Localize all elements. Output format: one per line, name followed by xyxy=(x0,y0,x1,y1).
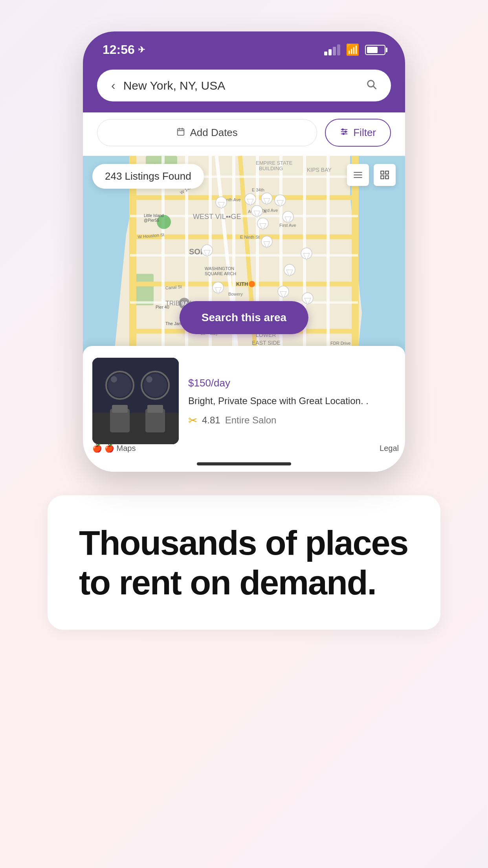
svg-rect-129 xyxy=(147,405,163,413)
signal-bars xyxy=(324,44,340,55)
time-display: 12:56 xyxy=(103,42,135,57)
price-unit: /day xyxy=(211,377,230,389)
svg-text:BUILDING: BUILDING xyxy=(259,166,283,171)
search-magnifier-icon[interactable] xyxy=(366,79,377,92)
home-indicator xyxy=(83,456,405,472)
svg-point-58 xyxy=(249,281,255,287)
svg-text:WASHINGTON: WASHINGTON xyxy=(205,266,234,271)
svg-point-130 xyxy=(111,376,117,383)
grid-view-icon[interactable] xyxy=(374,164,396,186)
search-area-label: Search this area xyxy=(202,311,286,324)
calendar-icon xyxy=(176,127,185,138)
svg-text:Pier 40: Pier 40 xyxy=(156,305,169,309)
search-bar[interactable]: ‹ New York, NY, USA xyxy=(97,70,391,101)
phone-frame: 12:56 ✈ 📶 ‹ New York, NY, USA xyxy=(83,31,405,472)
filter-row: Add Dates Filter xyxy=(83,112,405,154)
svg-line-1 xyxy=(373,86,376,88)
listing-card[interactable]: $150/day Bright, Private Space with Grea… xyxy=(83,346,405,456)
maps-branding: 🍎 🍎 Maps xyxy=(92,443,136,453)
svg-text:EMPIRE STATE: EMPIRE STATE xyxy=(256,160,293,166)
map-container[interactable]: WEST VIL▪▪GE SOHO TRIBECA CHINATOWN New … xyxy=(83,154,405,456)
add-dates-label: Add Dates xyxy=(190,127,237,139)
svg-rect-116 xyxy=(385,171,389,174)
listing-title: Bright, Private Space with Great Locatio… xyxy=(188,394,396,408)
search-area-button[interactable]: Search this area xyxy=(180,301,308,334)
svg-rect-37 xyxy=(130,254,358,257)
signal-bar-3 xyxy=(333,47,336,55)
svg-text:@Pier55: @Pier55 xyxy=(144,218,159,223)
svg-text:FDR Drive: FDR Drive xyxy=(330,341,350,346)
back-icon[interactable]: ‹ xyxy=(111,78,116,93)
listing-price: $150/day xyxy=(188,375,396,390)
search-area-container: ‹ New York, NY, USA xyxy=(83,63,405,112)
listings-count-text: 243 Listings Found xyxy=(105,170,191,182)
bottom-text-section: Thousands of places to rent on demand. xyxy=(48,495,440,630)
maps-credit-text: 🍎 Maps xyxy=(105,443,136,453)
signal-bar-4 xyxy=(337,44,340,55)
listings-found-badge: 243 Listings Found xyxy=(92,164,204,189)
svg-point-131 xyxy=(146,376,152,383)
legal-link[interactable]: Legal xyxy=(380,444,399,453)
apple-logo: 🍎 xyxy=(92,443,102,453)
battery-fill xyxy=(367,47,378,53)
svg-rect-118 xyxy=(385,176,389,179)
svg-point-11 xyxy=(343,133,345,134)
filter-sliders-icon xyxy=(340,127,349,138)
listing-rating: 4.81 xyxy=(202,415,220,426)
battery-icon xyxy=(365,45,385,55)
listing-type: Entire Salon xyxy=(225,415,277,426)
signal-bar-2 xyxy=(328,49,332,55)
status-bar: 12:56 ✈ 📶 xyxy=(83,31,405,63)
signal-bar-1 xyxy=(324,51,327,55)
filter-button[interactable]: Filter xyxy=(325,119,391,147)
svg-point-9 xyxy=(342,129,344,130)
svg-rect-121 xyxy=(92,413,179,444)
svg-rect-127 xyxy=(112,405,128,413)
price-value: $150 xyxy=(188,377,211,389)
svg-point-10 xyxy=(345,131,347,132)
svg-text:E Ninth St: E Ninth St xyxy=(240,235,260,239)
list-view-icon[interactable] xyxy=(347,164,369,186)
location-arrow-icon: ✈ xyxy=(138,45,145,55)
status-icons: 📶 xyxy=(324,43,385,56)
svg-text:KITH: KITH xyxy=(236,281,248,287)
search-location-text: New York, NY, USA xyxy=(123,79,358,92)
home-bar xyxy=(197,462,291,465)
status-time: 12:56 ✈ xyxy=(103,42,145,57)
svg-text:WEST VIL▪▪GE: WEST VIL▪▪GE xyxy=(193,213,241,221)
svg-text:EAST SIDE: EAST SIDE xyxy=(252,340,281,346)
wifi-icon: 📶 xyxy=(346,43,360,56)
listing-info: $150/day Bright, Private Space with Grea… xyxy=(188,375,396,427)
svg-text:SQUARE ARCH: SQUARE ARCH xyxy=(205,271,236,276)
view-toggle xyxy=(347,164,396,186)
add-dates-button[interactable]: Add Dates xyxy=(97,119,317,146)
listing-image xyxy=(92,358,179,444)
bottom-headline: Thousands of places to rent on demand. xyxy=(79,523,409,602)
svg-text:First Ave: First Ave xyxy=(279,223,296,228)
svg-point-123 xyxy=(108,373,132,397)
listing-meta: ✂ 4.81 Entire Salon xyxy=(188,414,396,427)
person-icon: ✂ xyxy=(188,414,197,427)
filter-label: Filter xyxy=(353,127,376,139)
svg-rect-117 xyxy=(381,176,384,179)
svg-text:Bowery: Bowery xyxy=(228,292,243,296)
legal-text: Legal xyxy=(380,444,399,452)
svg-rect-115 xyxy=(381,171,384,174)
svg-point-125 xyxy=(143,373,167,397)
svg-text:Little Island: Little Island xyxy=(144,213,164,218)
svg-rect-2 xyxy=(178,129,184,135)
svg-text:E 34th: E 34th xyxy=(252,188,264,192)
svg-text:KIPS BAY: KIPS BAY xyxy=(307,167,332,173)
